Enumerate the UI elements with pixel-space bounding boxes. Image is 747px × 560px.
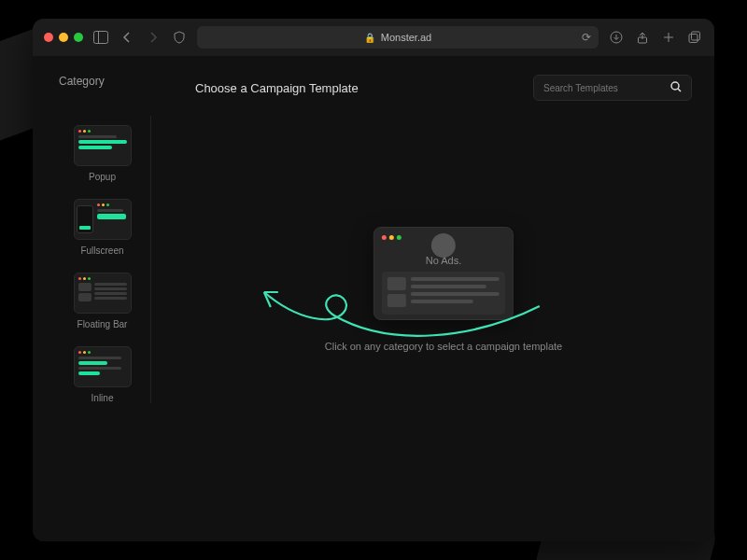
- search-icon[interactable]: [670, 81, 682, 95]
- svg-rect-0: [94, 32, 108, 44]
- svg-point-10: [671, 82, 679, 90]
- browser-window: 🔒 Monster.ad ⟳ Category: [33, 19, 714, 541]
- sidebar-title: Category: [33, 75, 105, 88]
- category-label: Inline: [92, 393, 114, 403]
- category-item-popup[interactable]: Popup: [74, 125, 132, 182]
- svg-rect-8: [692, 32, 700, 40]
- category-label: Fullscreen: [80, 245, 123, 256]
- url-text: Monster.ad: [381, 32, 431, 43]
- sidebar-toggle-icon[interactable]: [92, 29, 109, 46]
- forward-icon[interactable]: [145, 29, 162, 46]
- sidebar: Category Popup: [33, 56, 173, 541]
- empty-state-card-icon: No Ads.: [374, 227, 514, 320]
- download-icon[interactable]: [608, 29, 625, 46]
- address-bar[interactable]: 🔒 Monster.ad ⟳: [197, 26, 599, 49]
- tabs-icon[interactable]: [686, 29, 703, 46]
- minimize-window-icon[interactable]: [59, 33, 68, 42]
- category-label: Popup: [89, 172, 116, 182]
- new-tab-icon[interactable]: [660, 29, 677, 46]
- category-label: Floating Bar: [78, 319, 128, 329]
- back-icon[interactable]: [119, 29, 135, 46]
- close-window-icon[interactable]: [44, 33, 53, 42]
- reload-icon[interactable]: ⟳: [582, 31, 591, 44]
- maximize-window-icon[interactable]: [74, 33, 83, 42]
- inline-thumb-icon: [74, 346, 132, 387]
- search-box[interactable]: [533, 75, 692, 101]
- empty-state-text: Click on any category to select a campai…: [325, 341, 562, 352]
- share-icon[interactable]: [634, 29, 651, 46]
- app-body: Category Popup: [33, 56, 714, 541]
- category-item-fullscreen[interactable]: Fullscreen: [74, 199, 132, 256]
- svg-line-11: [678, 89, 681, 91]
- main-header: Choose a Campaign Template: [195, 75, 692, 101]
- search-input[interactable]: [543, 83, 655, 93]
- category-list: Popup Fullscreen: [55, 116, 151, 403]
- category-item-floating-bar[interactable]: Floating Bar: [74, 273, 132, 329]
- popup-thumb-icon: [74, 125, 132, 166]
- shield-icon[interactable]: [171, 29, 188, 46]
- category-item-inline[interactable]: Inline: [74, 346, 132, 403]
- svg-rect-9: [689, 35, 698, 43]
- fullscreen-thumb-icon: [74, 199, 132, 240]
- browser-chrome: 🔒 Monster.ad ⟳: [33, 19, 714, 56]
- floating-bar-thumb-icon: [74, 273, 132, 314]
- empty-state: No Ads. Click on any category to select …: [325, 227, 562, 352]
- main-panel: Choose a Campaign Template No Ads.: [173, 56, 714, 541]
- traffic-lights[interactable]: [44, 33, 83, 42]
- page-title: Choose a Campaign Template: [195, 81, 359, 95]
- lock-icon: 🔒: [364, 33, 375, 43]
